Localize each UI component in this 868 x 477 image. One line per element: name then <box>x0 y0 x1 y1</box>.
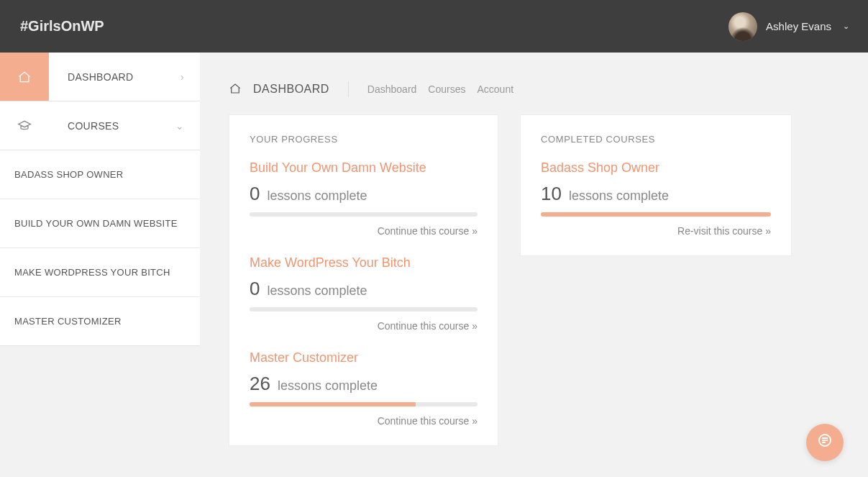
sidebar-subitem-master-customizer[interactable]: MASTER CUSTOMIZER <box>0 297 200 346</box>
user-menu[interactable]: Ashley Evans ⌄ <box>728 12 849 41</box>
course-block: Master Customizer 26 lessons complete Co… <box>250 350 478 427</box>
breadcrumb: DASHBOARD Dashboard Courses Account <box>229 81 839 97</box>
home-icon <box>0 53 49 101</box>
sidebar-item-label: MAKE WORDPRESS YOUR BITCH <box>14 267 170 278</box>
continue-course-link[interactable]: Continue this course » <box>250 225 478 237</box>
progress-bar-fill <box>541 212 771 217</box>
lessons-count: 0 <box>250 183 260 205</box>
course-link[interactable]: Badass Shop Owner <box>541 160 771 176</box>
progress-bar <box>541 212 771 217</box>
user-name: Ashley Evans <box>766 20 831 32</box>
sidebar-item-label: BADASS SHOP OWNER <box>14 169 124 180</box>
home-icon <box>229 82 242 97</box>
page-title: DASHBOARD <box>253 83 329 96</box>
sidebar-item-label: DASHBOARD <box>68 71 133 83</box>
course-link[interactable]: Build Your Own Damn Website <box>250 160 478 176</box>
lessons-text: lessons complete <box>569 188 669 204</box>
breadcrumb-link-account[interactable]: Account <box>478 83 514 95</box>
card-title: YOUR PROGRESS <box>250 134 478 145</box>
breadcrumb-link-dashboard[interactable]: Dashboard <box>367 83 417 95</box>
course-block: Make WordPress Your Bitch 0 lessons comp… <box>250 255 478 332</box>
sidebar-item-courses[interactable]: COURSES ⌄ <box>0 101 200 150</box>
card-title: COMPLETED COURSES <box>541 134 771 145</box>
lessons-count: 10 <box>541 183 562 205</box>
progress-bar-fill <box>250 402 416 406</box>
chevron-down-icon: ⌄ <box>843 22 849 31</box>
sidebar-item-label: COURSES <box>68 120 119 132</box>
chat-icon <box>816 432 833 453</box>
course-block: Build Your Own Damn Website 0 lessons co… <box>250 160 478 237</box>
progress-bar <box>250 307 478 312</box>
sidebar-subitem-badass-shop-owner[interactable]: BADASS SHOP OWNER <box>0 150 200 199</box>
progress-bar <box>250 402 478 406</box>
chat-fab[interactable] <box>806 424 844 461</box>
your-progress-card: YOUR PROGRESS Build Your Own Damn Websit… <box>229 114 498 446</box>
top-bar: #GirlsOnWP Ashley Evans ⌄ <box>0 0 868 53</box>
brand-title[interactable]: #GirlsOnWP <box>20 18 104 35</box>
sidebar-item-label: BUILD YOUR OWN DAMN WEBSITE <box>14 218 178 229</box>
course-block: Badass Shop Owner 10 lessons complete Re… <box>541 160 771 237</box>
revisit-course-link[interactable]: Re-visit this course » <box>541 225 771 237</box>
lessons-text: lessons complete <box>278 378 378 394</box>
breadcrumb-link-courses[interactable]: Courses <box>428 83 465 95</box>
continue-course-link[interactable]: Continue this course » <box>250 320 478 332</box>
sidebar-item-label: MASTER CUSTOMIZER <box>14 316 122 327</box>
sidebar-subitem-make-wordpress-your-bitch[interactable]: MAKE WORDPRESS YOUR BITCH <box>0 248 200 297</box>
course-link[interactable]: Master Customizer <box>250 350 478 365</box>
sidebar: DASHBOARD › COURSES ⌄ BADASS SHOP OWNER … <box>0 53 200 477</box>
lessons-count: 26 <box>250 373 270 395</box>
sidebar-item-dashboard[interactable]: DASHBOARD › <box>0 53 200 101</box>
divider <box>348 81 349 97</box>
lessons-text: lessons complete <box>267 188 367 204</box>
course-link[interactable]: Make WordPress Your Bitch <box>250 255 478 271</box>
progress-bar <box>250 212 478 217</box>
continue-course-link[interactable]: Continue this course » <box>250 415 478 427</box>
graduation-icon <box>0 101 49 150</box>
completed-courses-card: COMPLETED COURSES Badass Shop Owner 10 l… <box>520 114 792 256</box>
main-content: DASHBOARD Dashboard Courses Account YOUR… <box>200 53 868 477</box>
chevron-right-icon: › <box>181 71 184 83</box>
lessons-text: lessons complete <box>267 283 367 299</box>
lessons-count: 0 <box>250 278 260 300</box>
chevron-down-icon: ⌄ <box>175 120 184 132</box>
sidebar-subitem-build-your-own-damn-website[interactable]: BUILD YOUR OWN DAMN WEBSITE <box>0 199 200 248</box>
avatar <box>728 12 757 41</box>
